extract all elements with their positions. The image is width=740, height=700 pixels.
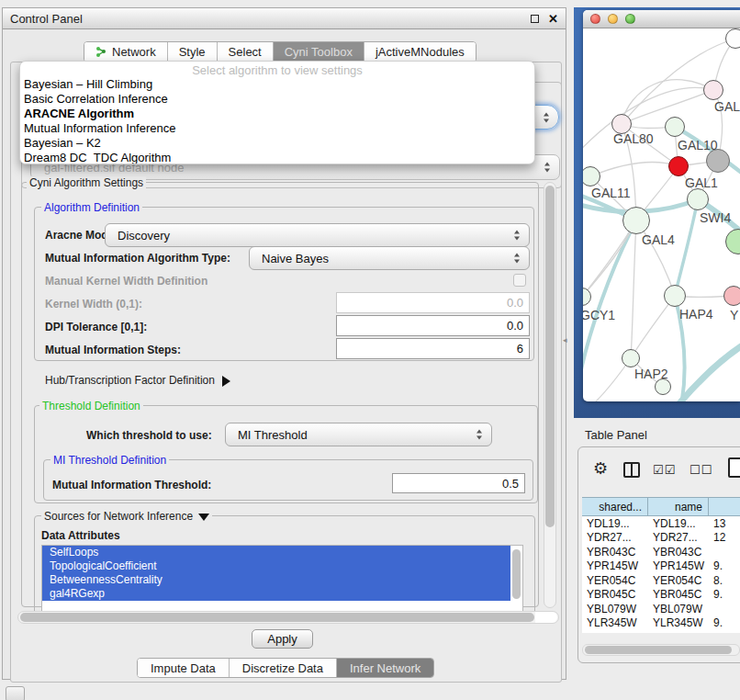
- attribute-item[interactable]: BetweennessCentrality: [42, 573, 510, 587]
- settings-vertical-scrollbar[interactable]: [544, 182, 556, 608]
- mi-type-combo[interactable]: Naive Bayes: [249, 246, 530, 270]
- popup-item[interactable]: Dream8 DC_TDC Algorithm: [20, 151, 534, 164]
- mi-type-value: Naive Bayes: [262, 252, 329, 265]
- cell: YDR27...: [648, 531, 709, 546]
- table-horizontal-scrollbar[interactable]: [582, 644, 740, 656]
- column-header[interactable]: [709, 497, 740, 516]
- tab-discretize-data[interactable]: Discretize Data: [230, 659, 337, 677]
- table-row[interactable]: YPR145WYPR145W9.: [582, 559, 740, 574]
- sources-toggle[interactable]: Sources for Network Inference: [41, 510, 212, 523]
- table-row[interactable]: YIL052CYIL052C9.: [582, 630, 740, 633]
- scrollbar-thumb[interactable]: [545, 186, 555, 527]
- aracne-mode-combo[interactable]: Discovery: [105, 223, 530, 247]
- popup-item[interactable]: Basic Correlation Inference: [20, 92, 534, 107]
- tab-jactivemnodules[interactable]: jActiveMNodules: [364, 42, 476, 62]
- stepper-icon: [477, 430, 483, 440]
- splitter-handle[interactable]: ◂: [563, 335, 567, 344]
- scrollbar-thumb[interactable]: [585, 646, 732, 654]
- network-node-hap4[interactable]: [664, 285, 686, 307]
- dpi-tolerance-field[interactable]: 0.0: [336, 315, 530, 336]
- deselect-all-columns-icon[interactable]: ☐☐: [690, 463, 712, 477]
- aracne-mode-value: Discovery: [118, 229, 170, 243]
- cell: YDL19...: [582, 516, 648, 531]
- collapse-panel-button[interactable]: [6, 686, 25, 700]
- close-traffic-light-icon[interactable]: [590, 14, 600, 24]
- network-node[interactable]: [723, 286, 740, 306]
- float-window-icon[interactable]: [531, 15, 539, 23]
- attribute-item[interactable]: gal4RGexp: [42, 587, 510, 601]
- dpi-tolerance-value: 0.0: [507, 319, 523, 333]
- column-header[interactable]: name: [648, 497, 709, 516]
- minimize-traffic-light-icon[interactable]: [608, 14, 618, 24]
- network-node-hap2[interactable]: [622, 349, 640, 367]
- screen: Control Panel ✕ Network Style Select Cyn…: [0, 0, 740, 700]
- kernel-width-value: 0.0: [507, 296, 523, 310]
- tab-infer-network[interactable]: Infer Network: [337, 659, 433, 677]
- tab-cyni-toolbox[interactable]: Cyni Toolbox: [274, 42, 364, 62]
- network-node[interactable]: [703, 80, 723, 100]
- gear-icon[interactable]: ⚙: [593, 460, 608, 477]
- tab-label: Style: [179, 45, 206, 59]
- cell: YDR27...: [582, 531, 648, 546]
- node-label: GAL1: [685, 175, 718, 190]
- table-row[interactable]: YBR043CYBR043C: [582, 545, 740, 559]
- tab-impute-data[interactable]: Impute Data: [138, 659, 230, 677]
- zoom-traffic-light-icon[interactable]: [625, 14, 635, 24]
- tab-select[interactable]: Select: [218, 42, 274, 62]
- cell: YIL052C: [648, 630, 709, 633]
- cell: 9.: [709, 616, 740, 631]
- apply-button[interactable]: Apply: [252, 629, 313, 649]
- close-icon[interactable]: ✕: [548, 15, 558, 23]
- scrollbar-corner: [535, 612, 557, 623]
- cell: YER054C: [648, 573, 709, 588]
- network-node-gal1[interactable]: [668, 156, 689, 176]
- popup-item[interactable]: Mutual Information Inference: [20, 121, 534, 136]
- cell: YIL052C: [582, 630, 648, 633]
- table-panel-title: Table Panel: [585, 428, 647, 442]
- table-row[interactable]: YBR045CYBR045C9.: [582, 588, 740, 603]
- table-row[interactable]: YDL19...YDL19...13: [582, 516, 740, 531]
- column-header[interactable]: shared...: [582, 497, 648, 516]
- table-row[interactable]: YBL079WYBL079W: [582, 602, 740, 616]
- list-scrollbar-thumb[interactable]: [512, 549, 521, 599]
- tab-label: Network: [112, 45, 156, 59]
- hub-definition-toggle[interactable]: Hub/Transcription Factor Definition: [45, 374, 230, 387]
- apply-label: Apply: [267, 632, 297, 646]
- tab-network[interactable]: Network: [84, 42, 168, 62]
- column-layout-icon[interactable]: [623, 462, 640, 478]
- cell: 8.: [709, 573, 740, 588]
- document-icon[interactable]: [728, 457, 740, 478]
- network-view[interactable]: GAL GAL80 GAL10 GAL1 SWI4 GAL11 GAL4 GCY…: [583, 28, 740, 401]
- table-row[interactable]: YDR27...YDR27...12: [582, 531, 740, 546]
- select-all-columns-icon[interactable]: ☑☑: [653, 463, 676, 477]
- mi-threshold-field[interactable]: 0.5: [392, 473, 525, 493]
- manual-kernel-checkbox[interactable]: [513, 274, 526, 287]
- popup-item[interactable]: Bayesian – Hill Climbing: [20, 77, 534, 92]
- attribute-item[interactable]: TopologicalCoefficient: [42, 559, 510, 573]
- network-node-gal10[interactable]: [665, 117, 685, 137]
- stepper-icon: [514, 231, 521, 241]
- kernel-width-field[interactable]: 0.0: [336, 292, 530, 313]
- table-row[interactable]: YLR345WYLR345W9.: [582, 616, 740, 631]
- cell: 9.: [709, 559, 740, 574]
- panel-title: Control Panel: [10, 12, 531, 26]
- mi-steps-label: Mutual Information Steps:: [45, 344, 181, 356]
- tab-style[interactable]: Style: [168, 42, 218, 62]
- scrollbar-thumb[interactable]: [20, 613, 534, 622]
- settings-horizontal-scrollbar[interactable]: [17, 611, 559, 624]
- cell: YER054C: [582, 573, 648, 588]
- node-label: GAL80: [613, 131, 654, 146]
- popup-item[interactable]: Bayesian – K2: [20, 136, 534, 151]
- data-attributes-list: SelfLoops TopologicalCoefficient Between…: [41, 545, 523, 612]
- mi-steps-field[interactable]: 6: [336, 338, 530, 359]
- table-panel: ⚙ ☑☑ ☐☐ shared... name YDL19...YDL19...1…: [577, 446, 740, 663]
- table-row[interactable]: YER054CYER054C8.: [582, 573, 740, 588]
- network-node-swi4[interactable]: [687, 188, 709, 210]
- bottom-tabstrip: Impute Data Discretize Data Infer Networ…: [137, 658, 434, 678]
- which-threshold-combo[interactable]: MI Threshold: [225, 423, 492, 446]
- network-node[interactable]: [725, 28, 740, 49]
- popup-item-selected[interactable]: ARACNE Algorithm: [20, 107, 534, 121]
- settings-group-title: Cyni Algorithm Settings: [27, 176, 146, 189]
- attribute-item[interactable]: SelfLoops: [42, 546, 510, 559]
- network-node-gal4[interactable]: [622, 207, 650, 234]
